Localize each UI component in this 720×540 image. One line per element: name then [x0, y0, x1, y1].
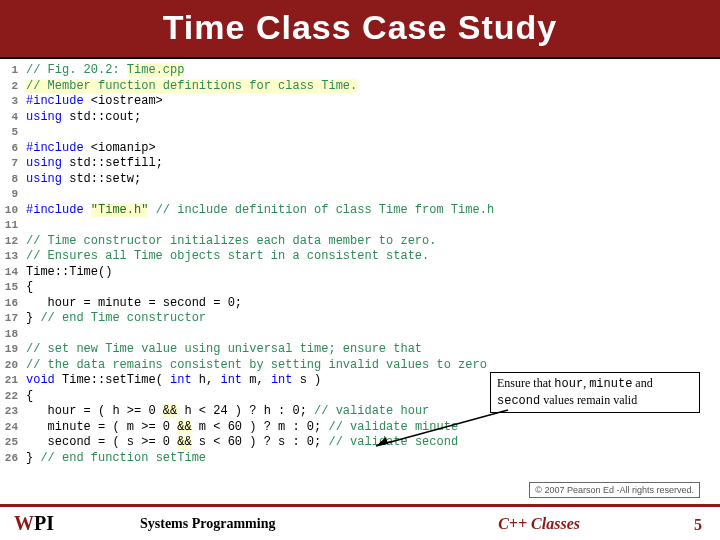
- code-line: 4using std::cout;: [4, 110, 712, 126]
- line-number: 5: [4, 125, 26, 141]
- code-line: 18: [4, 327, 712, 343]
- code-line: 11: [4, 218, 712, 234]
- line-number: 9: [4, 187, 26, 203]
- code-text: using std::setw;: [26, 172, 712, 188]
- code-line: 13// Ensures all Time objects start in a…: [4, 249, 712, 265]
- code-line: 26} // end function setTime: [4, 451, 712, 467]
- line-number: 2: [4, 79, 26, 95]
- line-number: 10: [4, 203, 26, 219]
- line-number: 22: [4, 389, 26, 405]
- code-line: 24 minute = ( m >= 0 && m < 60 ) ? m : 0…: [4, 420, 712, 436]
- code-text: [26, 187, 712, 203]
- line-number: 16: [4, 296, 26, 312]
- line-number: 17: [4, 311, 26, 327]
- line-number: 20: [4, 358, 26, 374]
- code-text: {: [26, 280, 712, 296]
- code-line: 17} // end Time constructor: [4, 311, 712, 327]
- code-text: Time::Time(): [26, 265, 712, 281]
- callout-code-hour: hour: [554, 377, 583, 391]
- line-number: 6: [4, 141, 26, 157]
- slide-header: Time Class Case Study: [0, 0, 720, 59]
- footer-center-label: Systems Programming: [60, 516, 498, 532]
- line-number: 4: [4, 110, 26, 126]
- callout-code-minute: minute: [589, 377, 632, 391]
- logo-letter-w: W: [14, 512, 34, 534]
- code-line: 12// Time constructor initializes each d…: [4, 234, 712, 250]
- logo-letters-pi: PI: [34, 512, 54, 534]
- code-text: #include <iomanip>: [26, 141, 712, 157]
- callout-text: values remain valid: [540, 393, 637, 407]
- code-text: using std::cout;: [26, 110, 712, 126]
- code-text: #include <iostream>: [26, 94, 712, 110]
- wpi-logo: WPI: [0, 512, 60, 535]
- code-line: 7using std::setfill;: [4, 156, 712, 172]
- code-line: 15{: [4, 280, 712, 296]
- code-text: [26, 327, 712, 343]
- line-number: 14: [4, 265, 26, 281]
- code-line: 19// set new Time value using universal …: [4, 342, 712, 358]
- code-line: 3#include <iostream>: [4, 94, 712, 110]
- code-line: 5: [4, 125, 712, 141]
- code-text: // Ensures all Time objects start in a c…: [26, 249, 712, 265]
- line-number: 13: [4, 249, 26, 265]
- copyright-label: © 2007 Pearson Ed -All rights reserved.: [529, 482, 700, 498]
- line-number: 21: [4, 373, 26, 389]
- line-number: 8: [4, 172, 26, 188]
- slide-footer: WPI Systems Programming C++ Classes 5: [0, 504, 720, 540]
- slide-title: Time Class Case Study: [0, 8, 720, 47]
- code-line: 8using std::setw;: [4, 172, 712, 188]
- line-number: 15: [4, 280, 26, 296]
- line-number: 19: [4, 342, 26, 358]
- code-line: 2// Member function definitions for clas…: [4, 79, 712, 95]
- line-number: 3: [4, 94, 26, 110]
- line-number: 1: [4, 63, 26, 79]
- code-line: 9: [4, 187, 712, 203]
- page-number: 5: [694, 516, 702, 534]
- code-text: // Time constructor initializes each dat…: [26, 234, 712, 250]
- svg-line-0: [376, 410, 508, 446]
- code-line: 25 second = ( s >= 0 && s < 60 ) ? s : 0…: [4, 435, 712, 451]
- line-number: 12: [4, 234, 26, 250]
- code-text: hour = minute = second = 0;: [26, 296, 712, 312]
- code-text: } // end Time constructor: [26, 311, 712, 327]
- code-text: // Fig. 20.2: Time.cpp: [26, 63, 712, 79]
- code-text: [26, 125, 712, 141]
- code-line: 16 hour = minute = second = 0;: [4, 296, 712, 312]
- code-text: // Member function definitions for class…: [26, 79, 712, 95]
- line-number: 18: [4, 327, 26, 343]
- callout-code-second: second: [497, 394, 540, 408]
- line-number: 7: [4, 156, 26, 172]
- code-line: 20// the data remains consistent by sett…: [4, 358, 712, 374]
- line-number: 23: [4, 404, 26, 420]
- callout-box: Ensure that hour, minute and second valu…: [490, 372, 700, 413]
- code-text: [26, 218, 712, 234]
- code-line: 10#include "Time.h" // include definitio…: [4, 203, 712, 219]
- code-text: // the data remains consistent by settin…: [26, 358, 712, 374]
- code-text: // set new Time value using universal ti…: [26, 342, 712, 358]
- code-text: #include "Time.h" // include definition …: [26, 203, 712, 219]
- line-number: 25: [4, 435, 26, 451]
- line-number: 11: [4, 218, 26, 234]
- arrow-icon: [368, 408, 518, 458]
- line-number: 26: [4, 451, 26, 467]
- callout-text: and: [632, 376, 652, 390]
- code-text: using std::setfill;: [26, 156, 712, 172]
- line-number: 24: [4, 420, 26, 436]
- code-line: 1// Fig. 20.2: Time.cpp: [4, 63, 712, 79]
- code-line: 6#include <iomanip>: [4, 141, 712, 157]
- code-line: 14Time::Time(): [4, 265, 712, 281]
- callout-text: Ensure that: [497, 376, 554, 390]
- svg-marker-1: [376, 437, 388, 446]
- footer-title-label: C++ Classes: [498, 515, 720, 533]
